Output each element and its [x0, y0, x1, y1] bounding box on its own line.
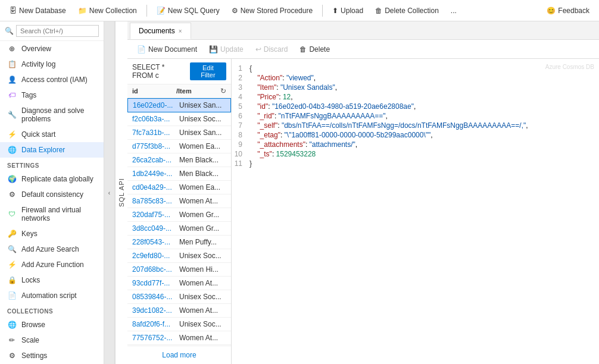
feedback-button[interactable]: 😊 Feedback: [542, 4, 594, 17]
table-row[interactable]: 77576752-... Women At...: [127, 331, 231, 345]
sub-toolbar: 📄 New Document 💾 Update ↩ Discard 🗑 Dele…: [127, 40, 599, 59]
sidebar-collapse-button[interactable]: ‹: [104, 21, 115, 364]
top-toolbar: 🗄 New Database 📁 New Collection 📝 New SQ…: [0, 0, 599, 21]
table-row[interactable]: 26ca2cab-... Men Black...: [127, 153, 231, 167]
discard-button[interactable]: ↩ Discard: [251, 43, 293, 55]
json-line-11: 11 }: [232, 159, 599, 168]
query-text: SELECT * FROM c: [132, 63, 186, 80]
sidebar-item-consistency[interactable]: ⚙ Default consistency: [0, 187, 104, 202]
sidebar-item-azure-function[interactable]: ⚡ Add Azure Function: [0, 257, 104, 272]
table-row[interactable]: f2c06b3a-... Unisex Soc...: [127, 112, 231, 126]
search-input[interactable]: [16, 25, 99, 37]
sidebar-item-overview[interactable]: ⊕ Overview: [0, 41, 104, 57]
new-document-button[interactable]: 📄 New Document: [132, 43, 202, 55]
more-button[interactable]: ...: [446, 4, 461, 17]
sidebar: 🔍 ⊕ Overview 📋 Activity log 👤 Access con…: [0, 21, 104, 364]
query-bar: SELECT * FROM c Edit Filter: [127, 59, 231, 84]
azure-search-icon: 🔍: [7, 245, 17, 253]
replicate-icon: 🌍: [7, 175, 17, 183]
new-collection-icon: 📁: [78, 7, 87, 15]
sidebar-item-automation[interactable]: 📄 Automation script: [0, 288, 104, 303]
sidebar-item-diagnose[interactable]: 🔧 Diagnose and solve problems: [0, 103, 104, 127]
watermark: Azure Cosmos DB: [545, 64, 594, 70]
upload-button[interactable]: ⬆ Upload: [327, 4, 368, 17]
keys-icon: 🔑: [7, 230, 17, 238]
table-row[interactable]: cd0e4a29-... Women Ea...: [127, 181, 231, 194]
sql-api-wrapper: SQL API Documents × 📄 New Document 💾 Upd…: [115, 21, 599, 364]
sidebar-item-replicate[interactable]: 🌍 Replicate data globally: [0, 171, 104, 187]
new-database-button[interactable]: 🗄 New Database: [5, 4, 71, 17]
feedback-icon: 😊: [547, 7, 556, 15]
table-row[interactable]: 3d8cc049-... Women Gr...: [127, 222, 231, 236]
sidebar-item-access-control[interactable]: 👤 Access control (IAM): [0, 72, 104, 87]
quick-start-icon: ⚡: [7, 130, 17, 139]
json-line-1: 1 {: [232, 64, 599, 73]
documents-panel: SELECT * FROM c Edit Filter id /Item ↻ 1…: [127, 59, 232, 364]
sidebar-item-scale[interactable]: ✏ Scale: [0, 332, 104, 348]
table-header: id /Item ↻: [127, 84, 231, 98]
table-row[interactable]: 7fc7a31b-... Unisex San...: [127, 126, 231, 140]
tab-panel: Documents × 📄 New Document 💾 Update ↩ Di…: [127, 21, 599, 364]
json-line-10: 10 "_ts": 1529453228: [232, 149, 599, 159]
browse-icon: 🌐: [7, 321, 17, 329]
sidebar-item-locks[interactable]: 🔒 Locks: [0, 272, 104, 288]
search-icon: 🔍: [5, 27, 14, 35]
collections-section-label: COLLECTIONS: [0, 303, 104, 317]
table-row[interactable]: 207d68bc-... Women Hi...: [127, 263, 231, 277]
delete-button[interactable]: 🗑 Delete: [295, 43, 335, 55]
tags-icon: 🏷: [7, 91, 17, 99]
table-row[interactable]: 16e02ed0-... Unisex San...: [127, 98, 231, 112]
table-row[interactable]: 93cdd77f-... Women At...: [127, 277, 231, 290]
sidebar-item-data-explorer[interactable]: 🌐 Data Explorer: [0, 142, 104, 158]
documents-tab[interactable]: Documents ×: [130, 23, 191, 39]
new-sql-query-button[interactable]: 📝 New SQL Query: [152, 4, 224, 17]
json-editor[interactable]: Azure Cosmos DB 1 { 2 "Action": "viewed"…: [232, 59, 599, 364]
separator-2: [322, 5, 323, 17]
json-editor-wrapper: Azure Cosmos DB 1 { 2 "Action": "viewed"…: [232, 59, 599, 364]
sidebar-item-tags[interactable]: 🏷 Tags: [0, 87, 104, 103]
new-collection-button[interactable]: 📁 New Collection: [73, 4, 142, 17]
sidebar-item-azure-search[interactable]: 🔍 Add Azure Search: [0, 241, 104, 257]
table-row[interactable]: 320daf75-... Women Gr...: [127, 208, 231, 222]
refresh-button[interactable]: ↻: [220, 87, 226, 95]
locks-icon: 🔒: [7, 276, 17, 284]
table-row[interactable]: 2c9efd80-... Unisex Soc...: [127, 249, 231, 263]
update-button[interactable]: 💾 Update: [204, 43, 248, 55]
sidebar-item-activity-log[interactable]: 📋 Activity log: [0, 57, 104, 72]
sidebar-item-keys[interactable]: 🔑 Keys: [0, 226, 104, 241]
table-row[interactable]: 39dc1082-... Women At...: [127, 304, 231, 318]
sidebar-item-firewall[interactable]: 🛡 Firewall and virtual networks: [0, 202, 104, 226]
documents-list: 16e02ed0-... Unisex San... f2c06b3a-... …: [127, 98, 231, 346]
discard-icon: ↩: [255, 45, 261, 54]
new-stored-procedure-button[interactable]: ⚙ New Stored Procedure: [227, 4, 317, 17]
col-item-header: /Item: [176, 87, 220, 95]
diagnose-icon: 🔧: [7, 111, 17, 119]
azure-function-icon: ⚡: [7, 261, 17, 269]
delete-icon: 🗑: [375, 7, 382, 15]
sidebar-item-browse[interactable]: 🌐 Browse: [0, 317, 104, 332]
table-row[interactable]: 228f0543-... Men Puffy...: [127, 236, 231, 249]
sidebar-search-container: 🔍: [0, 21, 104, 41]
main-layout: 🔍 ⊕ Overview 📋 Activity log 👤 Access con…: [0, 21, 599, 364]
settings-section-label: SETTINGS: [0, 158, 104, 171]
new-sql-icon: 📝: [157, 7, 166, 15]
sidebar-item-settings[interactable]: ⚙ Settings: [0, 348, 104, 363]
consistency-icon: ⚙: [7, 190, 17, 199]
table-row[interactable]: 1db2449e-... Men Black...: [127, 167, 231, 181]
table-row[interactable]: 8afd20f6-f... Unisex Soc...: [127, 318, 231, 331]
table-row[interactable]: d775f3b8-... Women Ea...: [127, 140, 231, 153]
edit-filter-button[interactable]: Edit Filter: [190, 62, 226, 80]
json-line-3: 3 "Item": "Unisex Sandals",: [232, 83, 599, 92]
tab-close-button[interactable]: ×: [179, 28, 182, 34]
iam-icon: 👤: [7, 76, 17, 84]
sql-api-label: SQL API: [115, 21, 127, 364]
table-row[interactable]: 8a785c83-... Women At...: [127, 194, 231, 208]
sidebar-content: ⊕ Overview 📋 Activity log 👤 Access contr…: [0, 41, 104, 364]
sidebar-item-quick-start[interactable]: ⚡ Quick start: [0, 127, 104, 142]
load-more-button[interactable]: Load more: [127, 346, 231, 364]
json-line-2: 2 "Action": "viewed",: [232, 73, 599, 83]
table-row[interactable]: 08539846-... Unisex Soc...: [127, 290, 231, 304]
delete-collection-button[interactable]: 🗑 Delete Collection: [370, 4, 444, 17]
new-database-icon: 🗄: [10, 7, 17, 15]
content-area: SELECT * FROM c Edit Filter id /Item ↻ 1…: [127, 59, 599, 364]
